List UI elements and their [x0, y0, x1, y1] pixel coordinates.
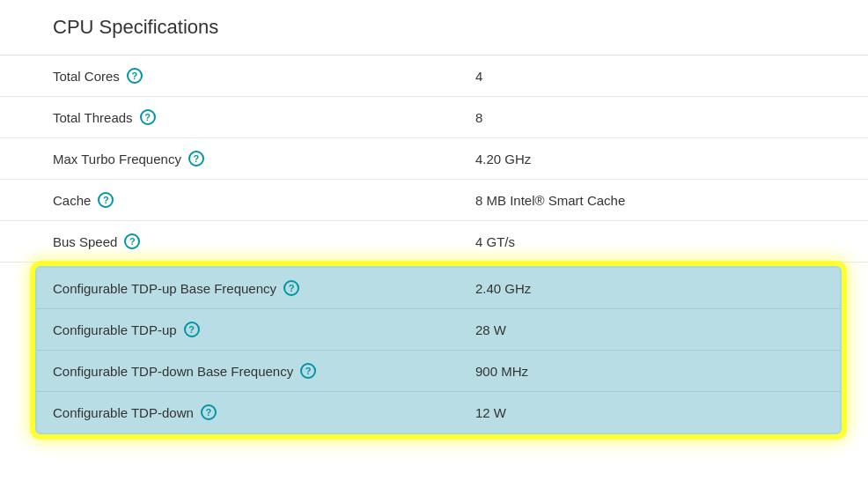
- section-title: CPU Specifications: [0, 0, 868, 55]
- spec-label-configurable-tdp-down-base-freq: Configurable TDP-down Base Frequency ?: [53, 363, 475, 379]
- help-icon-max-turbo-freq[interactable]: ?: [188, 151, 204, 166]
- spec-label-total-threads: Total Threads ?: [53, 109, 475, 125]
- help-icon-configurable-tdp-down-base-freq[interactable]: ?: [300, 363, 316, 379]
- spec-value-cache: 8 MB Intel® Smart Cache: [475, 193, 625, 208]
- spec-row-cache: Cache ? 8 MB Intel® Smart Cache: [0, 180, 868, 221]
- spec-label-text-configurable-tdp-up-base-freq: Configurable TDP-up Base Frequency: [53, 281, 276, 296]
- highlighted-row-configurable-tdp-up-base-freq: Configurable TDP-up Base Frequency ? 2.4…: [37, 268, 840, 309]
- highlighted-rows-container: Configurable TDP-up Base Frequency ? 2.4…: [37, 268, 840, 433]
- spec-value-configurable-tdp-up: 28 W: [475, 322, 506, 337]
- spec-row-total-cores: Total Cores ? 4: [0, 55, 868, 97]
- page-container: CPU Specifications Total Cores ? 4 Total…: [0, 0, 868, 503]
- spec-label-text-bus-speed: Bus Speed: [53, 234, 117, 249]
- help-icon-cache[interactable]: ?: [98, 192, 114, 208]
- spec-label-text-total-cores: Total Cores: [53, 69, 120, 84]
- spec-label-text-configurable-tdp-up: Configurable TDP-up: [53, 322, 177, 337]
- spec-value-total-threads: 8: [475, 110, 482, 125]
- spec-value-total-cores: 4: [475, 69, 482, 84]
- help-icon-configurable-tdp-up[interactable]: ?: [184, 322, 200, 337]
- spec-label-text-total-threads: Total Threads: [53, 110, 133, 125]
- spec-row-max-turbo-freq: Max Turbo Frequency ? 4.20 GHz: [0, 138, 868, 180]
- spec-label-bus-speed: Bus Speed ?: [53, 233, 475, 249]
- spec-label-configurable-tdp-up: Configurable TDP-up ?: [53, 322, 475, 337]
- help-icon-configurable-tdp-down[interactable]: ?: [201, 404, 217, 420]
- help-icon-bus-speed[interactable]: ?: [124, 233, 140, 249]
- help-icon-total-threads[interactable]: ?: [140, 109, 156, 125]
- highlighted-row-configurable-tdp-down: Configurable TDP-down ? 12 W: [37, 392, 840, 433]
- spec-label-text-configurable-tdp-down-base-freq: Configurable TDP-down Base Frequency: [53, 364, 293, 379]
- spec-rows-container: Total Cores ? 4 Total Threads ? 8 Max Tu…: [0, 55, 868, 263]
- spec-label-text-max-turbo-freq: Max Turbo Frequency: [53, 152, 181, 166]
- spec-row-total-threads: Total Threads ? 8: [0, 97, 868, 138]
- spec-value-max-turbo-freq: 4.20 GHz: [475, 152, 531, 166]
- spec-label-cache: Cache ?: [53, 192, 475, 208]
- page-title: CPU Specifications: [53, 16, 218, 38]
- spec-label-text-cache: Cache: [53, 193, 91, 208]
- spec-label-max-turbo-freq: Max Turbo Frequency ?: [53, 151, 475, 166]
- highlighted-row-configurable-tdp-down-base-freq: Configurable TDP-down Base Frequency ? 9…: [37, 351, 840, 392]
- spec-label-configurable-tdp-down: Configurable TDP-down ?: [53, 404, 475, 420]
- spec-label-text-configurable-tdp-down: Configurable TDP-down: [53, 405, 194, 420]
- highlighted-section: Configurable TDP-up Base Frequency ? 2.4…: [35, 266, 842, 434]
- spec-value-configurable-tdp-down-base-freq: 900 MHz: [475, 364, 528, 379]
- highlighted-row-configurable-tdp-up: Configurable TDP-up ? 28 W: [37, 309, 840, 351]
- spec-label-configurable-tdp-up-base-freq: Configurable TDP-up Base Frequency ?: [53, 280, 475, 296]
- spec-value-configurable-tdp-up-base-freq: 2.40 GHz: [475, 281, 531, 296]
- help-icon-configurable-tdp-up-base-freq[interactable]: ?: [283, 280, 299, 296]
- spec-label-total-cores: Total Cores ?: [53, 68, 475, 84]
- spec-row-bus-speed: Bus Speed ? 4 GT/s: [0, 221, 868, 263]
- spec-value-configurable-tdp-down: 12 W: [475, 405, 506, 420]
- spec-value-bus-speed: 4 GT/s: [475, 234, 515, 249]
- help-icon-total-cores[interactable]: ?: [127, 68, 143, 84]
